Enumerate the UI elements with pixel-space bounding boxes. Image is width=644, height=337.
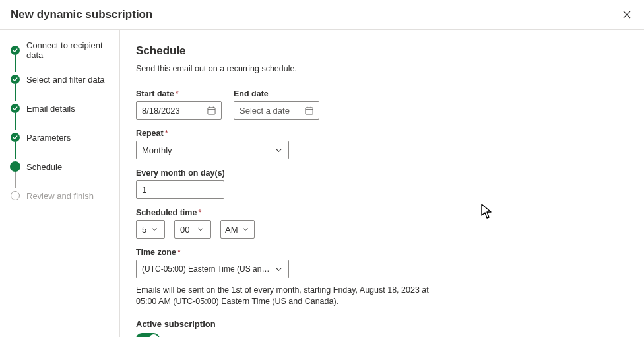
dialog-title: New dynamic subscription <box>11 8 152 21</box>
repeat-select[interactable]: Monthly <box>136 141 289 159</box>
end-date-input[interactable]: Select a date <box>234 101 319 120</box>
timezone-value: (UTC-05:00) Eastern Time (US and Canada) <box>142 264 274 274</box>
start-date-label: Start date* <box>136 89 222 98</box>
chevron-down-icon <box>150 225 159 234</box>
hour-value: 5 <box>142 225 146 235</box>
repeat-value: Monthly <box>142 145 172 155</box>
active-subscription-toggle[interactable] <box>136 333 160 337</box>
repeat-label: Repeat* <box>136 129 289 138</box>
step-label: Connect to recipient data <box>26 40 113 60</box>
step-review-finish[interactable]: Review and finish <box>11 188 113 203</box>
start-date-input[interactable]: 8/18/2023 <box>136 101 222 120</box>
page-subtitle: Send this email out on a recurring sched… <box>136 64 628 73</box>
chevron-down-icon <box>274 145 283 155</box>
step-label: Review and finish <box>26 191 94 201</box>
chevron-down-icon <box>241 225 250 234</box>
scheduled-time-label: Scheduled time* <box>136 208 628 217</box>
timezone-label: Time zone* <box>136 248 628 257</box>
end-date-label: End date <box>234 89 319 98</box>
minute-select[interactable]: 00 <box>174 220 211 239</box>
step-parameters[interactable]: Parameters <box>11 130 113 145</box>
ampm-value: AM <box>225 225 238 235</box>
schedule-summary-note: Emails will be sent on the 1st of every … <box>136 285 439 307</box>
end-date-placeholder: Select a date <box>240 106 290 116</box>
chevron-down-icon <box>274 264 283 274</box>
active-subscription-label: Active subscription <box>136 319 628 329</box>
calendar-icon <box>304 106 313 115</box>
step-schedule[interactable]: Schedule <box>11 159 113 174</box>
days-label: Every month on day(s) <box>136 168 225 178</box>
chevron-down-icon <box>196 225 205 234</box>
step-label: Schedule <box>26 162 62 172</box>
close-icon <box>623 11 631 19</box>
step-select-filter[interactable]: Select and filter data <box>11 72 113 87</box>
minute-value: 00 <box>180 225 189 235</box>
step-connect-recipient[interactable]: Connect to recipient data <box>11 43 113 57</box>
step-label: Select and filter data <box>26 75 105 85</box>
svg-rect-0 <box>207 107 214 114</box>
start-date-value: 8/18/2023 <box>142 106 180 116</box>
days-input[interactable]: 1 <box>136 180 224 199</box>
close-button[interactable] <box>620 8 633 21</box>
step-label: Parameters <box>26 133 71 143</box>
svg-rect-4 <box>305 107 312 114</box>
calendar-icon <box>207 106 216 115</box>
hour-select[interactable]: 5 <box>136 220 165 239</box>
page-title: Schedule <box>136 44 628 57</box>
wizard-steps: Connect to recipient data Select and fil… <box>0 30 120 337</box>
step-email-details[interactable]: Email details <box>11 101 113 116</box>
days-value: 1 <box>142 185 146 195</box>
timezone-select[interactable]: (UTC-05:00) Eastern Time (US and Canada) <box>136 260 289 278</box>
step-label: Email details <box>26 104 75 114</box>
ampm-select[interactable]: AM <box>220 220 255 239</box>
